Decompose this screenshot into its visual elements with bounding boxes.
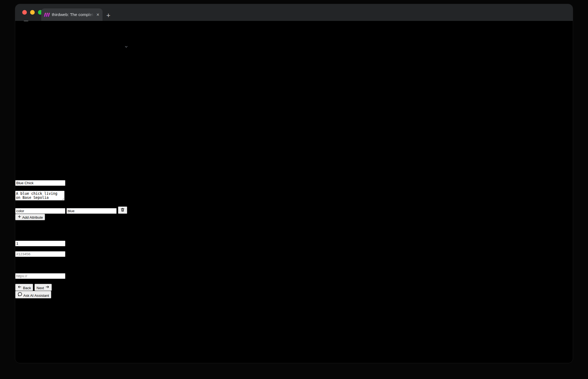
ask-ai-assistant-button[interactable]: Ask AI Assistant <box>15 291 51 298</box>
supply-label: Supply* <box>15 236 573 241</box>
tab-create-multiple[interactable]: Create Multiple <box>43 161 72 165</box>
sidebar-item-wallets[interactable]: Wallets <box>15 61 573 68</box>
sidebar-item-overview[interactable]: Overview <box>15 50 573 56</box>
currency-select[interactable]: ETH <box>15 230 573 236</box>
add-attribute-button[interactable]: Add Attribute <box>15 214 45 220</box>
chat-bubble-icon <box>17 292 23 297</box>
sidebar-item-project-settings[interactable]: Project Settings <box>15 136 573 143</box>
breadcrumb-separator: / <box>15 39 16 43</box>
media-label: Media <box>15 165 573 170</box>
sidebar-item-rpc[interactable]: RPC <box>15 117 573 123</box>
bookmark-niftyswap[interactable]: niftyswap.gg/Nifty... <box>15 25 54 30</box>
currency-value: ETH <box>20 231 29 235</box>
close-tab-icon[interactable]: × <box>96 12 99 17</box>
sidebar-section-build: Build <box>15 56 573 61</box>
new-badge: New <box>37 94 45 98</box>
external-url-label: External URL <box>15 268 41 273</box>
sidebar-item-documentation[interactable]: Documentation <box>15 143 573 149</box>
new-tab-button[interactable]: + <box>106 12 110 19</box>
attribute-value-input[interactable] <box>66 208 117 214</box>
arrow-right-icon <box>45 285 50 289</box>
cube-icon <box>15 104 21 109</box>
close-window-button[interactable] <box>22 10 27 15</box>
all-bookmarks-button[interactable]: All Bookmarks <box>99 25 133 30</box>
upload-nfts-card: Upload NFTs Create Single Create Multipl… <box>15 156 573 291</box>
form-tabs: Create Single Create Multiple <box>15 161 573 165</box>
background-color-label: Background Color <box>15 246 50 251</box>
description-label: Description <box>15 186 573 191</box>
main-content: Upload NFTs Create Single Create Multipl… <box>15 156 573 291</box>
browser-tab[interactable]: thirdweb: The complete web3 × <box>41 8 103 21</box>
traffic-lights <box>22 10 43 15</box>
lock-icon <box>15 123 21 129</box>
archive-icon <box>15 110 21 116</box>
opensea-badge: OpenSea <box>51 246 70 251</box>
description-textarea[interactable]: A blue chick living on Base Sepolia <box>15 191 65 200</box>
background-color-input[interactable] <box>15 251 65 257</box>
supply-input[interactable] <box>15 241 65 246</box>
all-bookmarks-label: All Bookmarks <box>105 25 133 30</box>
sidebar-item-contracts[interactable]: Contracts <box>15 74 573 81</box>
chevron-down-icon <box>30 230 35 235</box>
coins-icon <box>15 92 21 98</box>
delete-attribute-button[interactable] <box>118 206 127 214</box>
sidebar-item-insight[interactable]: Insight <box>15 104 573 110</box>
name-input[interactable] <box>15 180 65 186</box>
sidebar-item-playground[interactable]: Playground <box>15 149 573 156</box>
credit-card-icon <box>15 86 21 91</box>
thirdweb-logo[interactable] <box>15 30 573 39</box>
sidebar: Overview Build Wallets Transactions Cont… <box>15 50 573 156</box>
bookmark-developer-marketing[interactable]: ☾ Developer marketi... <box>54 25 99 30</box>
eth-icon <box>15 231 20 235</box>
form-footer: Back Next <box>15 284 573 291</box>
wallet-icon <box>15 61 21 67</box>
required-asterisk: * <box>27 175 28 180</box>
opensea-badge: OpenSea <box>42 268 60 273</box>
resources-menu[interactable]: Resources <box>102 45 129 50</box>
notifications-button[interactable] <box>161 45 166 50</box>
plan-badge: Free <box>36 45 44 50</box>
attribute-row <box>15 206 573 214</box>
bookmark-label: Developer marketi... <box>59 25 98 30</box>
team-name[interactable]: Examples <box>15 45 34 50</box>
price-input[interactable]: 1 <box>15 225 573 230</box>
team-switcher-icon[interactable] <box>46 44 50 49</box>
moon-icon: ☾ <box>54 25 57 30</box>
required-asterisk: * <box>28 236 30 240</box>
external-url-input[interactable] <box>15 273 65 279</box>
bookmark-label: niftyswap.gg/Nifty... <box>15 25 53 30</box>
new-badge: New <box>43 131 52 136</box>
app-header: / Examples Free / Token Deployment Resou… <box>15 30 573 50</box>
bell-icon <box>15 130 21 135</box>
sidebar-item-vault[interactable]: Vault <box>15 123 573 130</box>
home-icon <box>15 50 21 55</box>
book-icon <box>15 143 21 148</box>
sidebar-item-transactions[interactable]: Transactions <box>15 68 573 74</box>
gear-icon <box>15 136 21 142</box>
tab-create-single[interactable]: Create Single <box>15 161 41 165</box>
sidebar-item-payments[interactable]: Payments <box>15 86 573 92</box>
bookmarks-bar: niftyswap.gg/Nifty... ☾ Developer market… <box>15 23 573 30</box>
attribute-trait-input[interactable] <box>15 208 65 214</box>
thirdweb-app: / Examples Free / Token Deployment Resou… <box>15 30 573 291</box>
sidebar-item-account-abstraction[interactable]: Account Abstraction <box>15 110 573 117</box>
sidebar-item-tokens[interactable]: Tokens New <box>15 92 573 99</box>
feedback-link[interactable]: Feedback <box>140 45 159 50</box>
project-switcher-icon[interactable] <box>97 44 101 49</box>
trash-icon <box>120 207 125 212</box>
docs-link[interactable]: Docs <box>129 45 139 50</box>
rss-icon <box>15 117 21 122</box>
next-button[interactable]: Next <box>34 284 52 291</box>
browser-window: thirdweb: The complete web3 × + ← → ↻ th… <box>15 4 573 363</box>
project-name[interactable]: Token Deployment <box>59 45 95 50</box>
required-asterisk: * <box>25 220 27 225</box>
cube-icon <box>15 149 21 155</box>
sidebar-item-webhooks[interactable]: Webhooks New <box>15 130 573 136</box>
back-button[interactable]: Back <box>15 284 33 291</box>
contract-file-icon <box>15 74 21 80</box>
price-input-group: 1 ETH <box>15 225 573 236</box>
minimize-window-button[interactable] <box>30 10 35 15</box>
background-color-helper: Must be a six-character hexadecimal with… <box>15 257 573 262</box>
bell-icon <box>161 43 166 49</box>
breadcrumb-separator: / <box>52 45 53 50</box>
